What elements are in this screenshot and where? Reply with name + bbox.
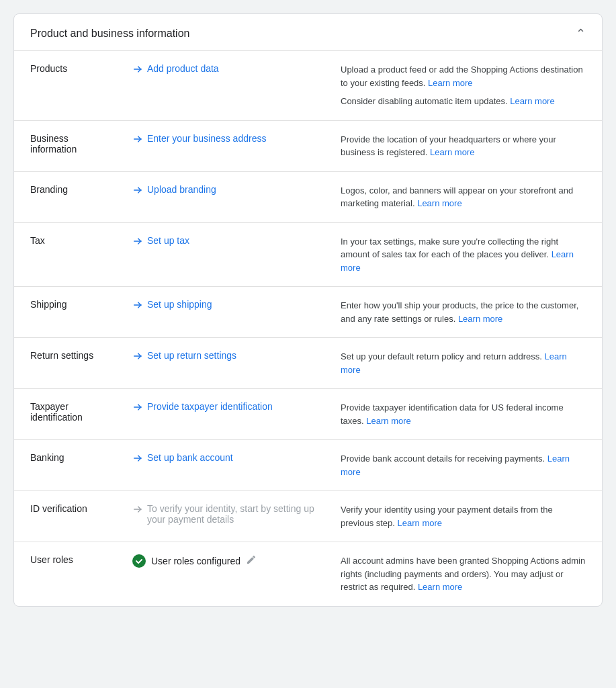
desc-para-products-0: Upload a product feed or add the Shoppin… <box>341 63 586 89</box>
desc-para-shipping-0: Enter how you'll ship your products, the… <box>341 299 586 325</box>
action-cell-id-verification: To verify your identity, start by settin… <box>122 491 330 542</box>
learn-more-link-branding-0[interactable]: Learn more <box>417 198 461 208</box>
action-text-products: Add product data <box>147 63 219 74</box>
label-tax: Tax <box>14 222 122 287</box>
label-return-settings: Return settings <box>14 338 122 389</box>
arrow-icon <box>132 453 143 466</box>
rows-table: Products Add product dataUpload a produc… <box>14 51 602 606</box>
action-link-tax[interactable]: Set up tax <box>132 235 319 249</box>
learn-more-link-id-verification-0[interactable]: Learn more <box>398 518 442 528</box>
table-row-tax: Tax Set up taxIn your tax settings, make… <box>14 222 602 287</box>
action-text-shipping: Set up shipping <box>147 299 212 310</box>
desc-para-user-roles-0: All account admins have been granted Sho… <box>341 554 586 594</box>
description-cell-tax: In your tax settings, make sure you're c… <box>330 222 602 287</box>
desc-para-business-information-0: Provide the location of your headquarter… <box>341 133 586 159</box>
learn-more-link-business-information-0[interactable]: Learn more <box>430 147 474 157</box>
desc-para-return-settings-0: Set up your default return policy and re… <box>341 350 586 376</box>
table-row-user-roles: User roles User roles configured All acc… <box>14 542 602 606</box>
action-text-branding: Upload branding <box>147 184 216 195</box>
action-link-shipping[interactable]: Set up shipping <box>132 299 319 312</box>
desc-para-products-1: Consider disabling automatic item update… <box>341 95 586 108</box>
configured-row-user-roles: User roles configured <box>132 554 319 568</box>
action-cell-banking: Set up bank account <box>122 440 330 491</box>
label-business-information: Business information <box>14 120 122 171</box>
configured-label-user-roles: User roles configured <box>151 556 240 566</box>
label-user-roles: User roles <box>14 542 122 606</box>
action-link-business-information[interactable]: Enter your business address <box>132 133 319 146</box>
table-row-branding: Branding Upload brandingLogos, color, an… <box>14 171 602 222</box>
description-cell-products: Upload a product feed or add the Shoppin… <box>330 51 602 120</box>
action-cell-user-roles: User roles configured <box>122 542 330 606</box>
action-cell-business-information: Enter your business address <box>122 120 330 171</box>
table-row-return-settings: Return settings Set up return settingsSe… <box>14 338 602 389</box>
action-text-business-information: Enter your business address <box>147 133 266 144</box>
action-cell-branding: Upload branding <box>122 171 330 222</box>
action-text-taxpayer-identification: Provide taxpayer identification <box>147 401 273 412</box>
description-cell-user-roles: All account admins have been granted Sho… <box>330 542 602 606</box>
label-products: Products <box>14 51 122 120</box>
arrow-icon <box>132 504 143 517</box>
card-header: Product and business information ⌃ <box>14 14 602 51</box>
learn-more-link-banking-0[interactable]: Learn more <box>341 454 570 477</box>
description-cell-banking: Provide bank account details for receivi… <box>330 440 602 491</box>
label-branding: Branding <box>14 171 122 222</box>
description-cell-branding: Logos, color, and banners will appear on… <box>330 171 602 222</box>
action-link-branding[interactable]: Upload branding <box>132 184 319 198</box>
table-row-shipping: Shipping Set up shippingEnter how you'll… <box>14 287 602 338</box>
action-link-products[interactable]: Add product data <box>132 63 319 77</box>
table-row-id-verification: ID verification To verify your identity,… <box>14 491 602 542</box>
table-row-business-information: Business information Enter your business… <box>14 120 602 171</box>
check-circle-icon <box>132 554 146 568</box>
edit-icon[interactable] <box>246 554 257 568</box>
learn-more-link-products-1[interactable]: Learn more <box>510 96 554 106</box>
action-cell-taxpayer-identification: Provide taxpayer identification <box>122 389 330 440</box>
action-text-return-settings: Set up return settings <box>147 350 236 361</box>
arrow-icon <box>132 300 143 312</box>
arrow-icon <box>132 402 143 415</box>
learn-more-link-products-0[interactable]: Learn more <box>428 78 472 88</box>
table-row-banking: Banking Set up bank accountProvide bank … <box>14 440 602 491</box>
learn-more-link-return-settings-0[interactable]: Learn more <box>341 351 567 375</box>
label-taxpayer-identification: Taxpayer identification <box>14 389 122 440</box>
desc-para-id-verification-0: Verify your identity using your payment … <box>341 503 586 529</box>
description-cell-shipping: Enter how you'll ship your products, the… <box>330 287 602 338</box>
product-business-info-card: Product and business information ⌃ Produ… <box>13 13 603 607</box>
desc-para-tax-0: In your tax settings, make sure you're c… <box>341 235 586 275</box>
action-cell-shipping: Set up shipping <box>122 287 330 338</box>
action-link-id-verification: To verify your identity, start by settin… <box>132 503 319 525</box>
action-text-tax: Set up tax <box>147 235 189 246</box>
label-id-verification: ID verification <box>14 491 122 542</box>
action-text-banking: Set up bank account <box>147 452 233 463</box>
description-cell-id-verification: Verify your identity using your payment … <box>330 491 602 542</box>
learn-more-link-tax-0[interactable]: Learn more <box>341 249 574 273</box>
action-link-banking[interactable]: Set up bank account <box>132 452 319 466</box>
learn-more-link-user-roles-0[interactable]: Learn more <box>418 582 462 592</box>
collapse-icon[interactable]: ⌃ <box>576 26 586 41</box>
action-cell-tax: Set up tax <box>122 222 330 287</box>
action-cell-products: Add product data <box>122 51 330 120</box>
action-link-return-settings[interactable]: Set up return settings <box>132 350 319 363</box>
description-cell-taxpayer-identification: Provide taxpayer identification data for… <box>330 389 602 440</box>
action-link-taxpayer-identification[interactable]: Provide taxpayer identification <box>132 401 319 415</box>
table-row-products: Products Add product dataUpload a produc… <box>14 51 602 120</box>
arrow-icon <box>132 185 143 198</box>
arrow-icon <box>132 236 143 249</box>
arrow-icon <box>132 64 143 77</box>
label-shipping: Shipping <box>14 287 122 338</box>
table-row-taxpayer-identification: Taxpayer identification Provide taxpayer… <box>14 389 602 440</box>
learn-more-link-shipping-0[interactable]: Learn more <box>458 314 502 324</box>
card-title: Product and business information <box>30 28 189 40</box>
label-banking: Banking <box>14 440 122 491</box>
arrow-icon <box>132 134 143 146</box>
desc-para-branding-0: Logos, color, and banners will appear on… <box>341 184 586 210</box>
action-text-id-verification: To verify your identity, start by settin… <box>147 503 319 525</box>
learn-more-link-taxpayer-identification-0[interactable]: Learn more <box>366 416 410 426</box>
action-cell-return-settings: Set up return settings <box>122 338 330 389</box>
description-cell-business-information: Provide the location of your headquarter… <box>330 120 602 171</box>
desc-para-banking-0: Provide bank account details for receivi… <box>341 452 586 478</box>
arrow-icon <box>132 351 143 363</box>
desc-para-taxpayer-identification-0: Provide taxpayer identification data for… <box>341 401 586 427</box>
description-cell-return-settings: Set up your default return policy and re… <box>330 338 602 389</box>
